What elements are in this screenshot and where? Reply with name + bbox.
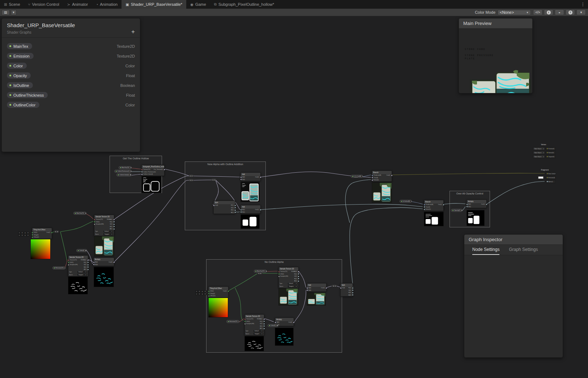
output-port-dot[interactable] [239, 321, 239, 322]
input-port-dot[interactable] [141, 174, 142, 175]
redirect-node[interactable] [354, 176, 358, 178]
option-dropdown[interactable]: Tangent▾ [103, 233, 113, 235]
redirect-node[interactable] [189, 175, 193, 177]
input-port-dot[interactable] [68, 264, 69, 265]
output-port-dot[interactable] [264, 321, 265, 322]
option-dropdown[interactable]: Default▾ [77, 271, 87, 273]
output-port-dot[interactable] [235, 210, 236, 211]
add-property-button[interactable]: + [131, 29, 135, 34]
output-port-dot[interactable] [298, 276, 299, 277]
property-pill-opacity[interactable]: Opacity [7, 72, 31, 79]
layers-button[interactable]: ◒ [555, 9, 564, 15]
color-mode-dropdown[interactable]: <None> ▼ [498, 10, 531, 15]
output-port-dot[interactable] [266, 271, 267, 272]
mini-field[interactable]: 0 [198, 293, 201, 295]
output-port-dot[interactable] [235, 207, 236, 208]
mini-field[interactable]: x [18, 234, 21, 236]
mini-field[interactable]: y [24, 234, 26, 236]
input-port-dot[interactable] [94, 221, 95, 222]
input-port-dot[interactable] [466, 204, 468, 205]
input-port-dot[interactable] [340, 287, 341, 289]
output-port-dot[interactable] [260, 177, 261, 178]
input-port-dot[interactable] [93, 264, 94, 265]
mini-field[interactable]: x [18, 232, 21, 234]
graph-node-split[interactable]: SplitIn(4)R(1)G(1)B(1)A(1) [213, 201, 235, 214]
graph-node-tiling-and-offset[interactable]: Tiling And OffsetUV(2)Out(2)Tiling(2)Off… [208, 286, 229, 298]
mini-field[interactable]: 0 [21, 232, 24, 234]
output-port-dot[interactable] [88, 269, 89, 270]
mini-field[interactable]: x [195, 293, 198, 295]
output-port-dot[interactable] [130, 175, 131, 176]
input-port-dot[interactable] [424, 206, 425, 207]
output-port-dot[interactable] [51, 232, 52, 233]
input-port-dot[interactable] [372, 175, 373, 176]
input-port-dot[interactable] [240, 209, 242, 210]
property-node-opacity-1-[interactable]: Opacity(1) [451, 209, 463, 212]
main-preview-panel[interactable]: Main Preview STONE CUBESTONE PRESSUREPLA… [459, 18, 533, 93]
graph-node-multiply[interactable]: MultiplyA(4)Out(4)B(4) [93, 257, 114, 266]
output-port-dot[interactable] [264, 328, 265, 329]
output-port-dot[interactable] [352, 287, 353, 289]
mini-field[interactable]: y [201, 293, 204, 295]
graph-node-sample-texture-2d[interactable]: Sample Texture 2DTexture(T2)RGBA(4)UV(2)… [244, 314, 264, 336]
output-port-dot[interactable] [264, 323, 265, 324]
graph-node-branch[interactable]: BranchPredicate(B)Out(1)True(1)False(1) [424, 200, 444, 211]
input-port-dot[interactable] [240, 177, 242, 178]
fragment-port[interactable]: Base Color(3) [546, 172, 556, 175]
output-port-dot[interactable] [391, 175, 392, 176]
output-port-dot[interactable] [88, 264, 89, 265]
input-port-dot[interactable] [208, 293, 209, 294]
property-node-isoutline-b-[interactable]: IsOutline(B) [400, 200, 412, 203]
input-port-dot[interactable] [278, 276, 280, 277]
input-port-dot[interactable] [213, 205, 214, 206]
output-port-dot[interactable] [443, 204, 444, 205]
mini-field[interactable]: y [201, 290, 204, 293]
input-port-dot[interactable] [141, 171, 142, 172]
graph-node-tiling-and-offset[interactable]: Tiling And OffsetUV(2)Out(2)Tiling(2)Off… [32, 228, 52, 239]
property-node-maintex-t2-[interactable]: MainTex(T2) [73, 212, 86, 215]
input-port-dot[interactable] [307, 287, 308, 289]
vector-input-fields[interactable]: x0y0x0y0 [18, 232, 29, 237]
redirect-node[interactable] [332, 285, 337, 287]
input-port-dot[interactable] [32, 234, 33, 235]
input-port-dot[interactable] [244, 321, 246, 322]
tab-shader-urp-baseversatile-[interactable]: ▣Shader_URP_BaseVersatile* [122, 0, 186, 9]
tab-game[interactable]: ◉Game [186, 0, 210, 9]
redirect-node[interactable] [212, 179, 216, 181]
option-dropdown[interactable]: Tangent▾ [253, 333, 263, 335]
graph-node-add[interactable]: AddA(4)Out(4)B(4) [307, 283, 327, 292]
vertex-port[interactable]: Position(3) [546, 147, 556, 150]
graph-node-add[interactable]: AddA(4)Out(4)B(4) [240, 172, 261, 181]
code-view-button[interactable]: </> [533, 9, 542, 15]
output-port-dot[interactable] [352, 290, 353, 291]
save-asset-button[interactable]: ▤ [1, 10, 10, 15]
output-port-dot[interactable] [235, 212, 236, 213]
input-port-dot[interactable] [68, 262, 69, 263]
output-port-dot[interactable] [486, 204, 487, 205]
input-port-dot[interactable] [208, 295, 209, 297]
property-node-color-4-[interactable]: Color(4) [76, 249, 87, 252]
output-port-dot[interactable] [352, 294, 353, 295]
input-port-dot[interactable] [32, 232, 33, 233]
output-port-dot[interactable] [228, 291, 229, 292]
mini-field[interactable]: 0 [27, 232, 29, 234]
mini-field[interactable]: 0 [204, 293, 206, 295]
tabbar-overflow-icon[interactable]: ⋮ [578, 0, 588, 9]
input-port-dot[interactable] [275, 322, 276, 323]
graph-node-sample-texture-2d[interactable]: Sample Texture 2DTexture(T2)RGBA(4)UV(2)… [94, 215, 114, 236]
save-asset-dropdown[interactable]: ▾ [11, 10, 17, 15]
property-node-outlinethickness-1-[interactable]: OutlineThickness(1) [114, 170, 132, 173]
redirect-node[interactable] [257, 272, 262, 274]
fragment-port[interactable]: Alpha(1) [546, 180, 556, 183]
output-port-dot[interactable] [264, 326, 265, 327]
tab-animator[interactable]: ≻Animator [63, 0, 92, 9]
output-port-dot[interactable] [114, 228, 115, 230]
property-pill-maintex[interactable]: MainTex [7, 43, 32, 49]
inspector-tab-node-settings[interactable]: Node Settings [472, 247, 499, 255]
output-port-dot[interactable] [114, 219, 115, 220]
input-port-dot[interactable] [240, 211, 242, 213]
graph-node-branch[interactable]: BranchPredicate(B)Out(4)True(4)False(4) [372, 171, 392, 182]
output-port-dot[interactable] [114, 221, 115, 222]
output-port-dot[interactable] [352, 292, 353, 293]
input-port-dot[interactable] [141, 169, 142, 170]
